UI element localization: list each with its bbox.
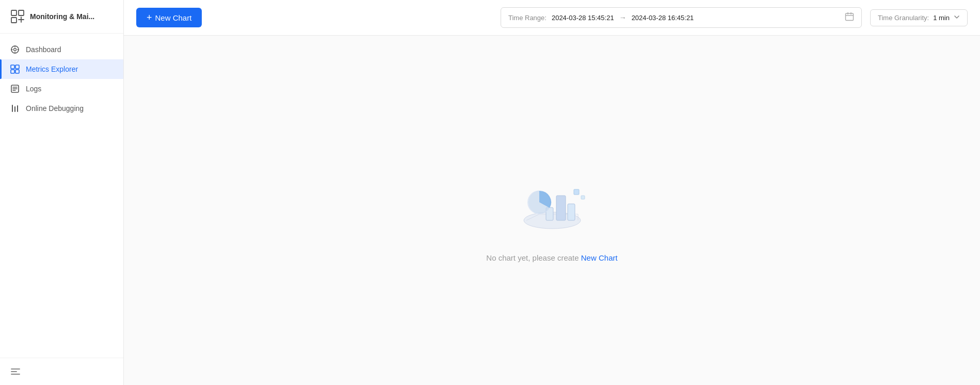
svg-rect-13 bbox=[845, 13, 853, 21]
svg-point-4 bbox=[14, 49, 17, 51]
plus-icon: + bbox=[147, 13, 152, 22]
svg-rect-19 bbox=[568, 204, 575, 220]
app-title: Monitoring & Mai... bbox=[30, 12, 94, 21]
sidebar-item-metrics-explorer[interactable]: Metrics Explorer bbox=[0, 59, 123, 79]
monitoring-icon bbox=[10, 9, 25, 24]
svg-rect-1 bbox=[19, 10, 24, 15]
empty-state-text: No chart yet, please create New Chart bbox=[486, 253, 617, 262]
calendar-icon[interactable] bbox=[845, 12, 854, 23]
content-area: No chart yet, please create New Chart bbox=[124, 36, 980, 385]
debugging-icon bbox=[10, 104, 20, 113]
sidebar-bottom-menu-icon[interactable] bbox=[10, 366, 21, 377]
empty-state-new-chart-link[interactable]: New Chart bbox=[581, 253, 618, 262]
new-chart-button[interactable]: + New Chart bbox=[136, 8, 202, 27]
sidebar-item-label-debugging: Online Debugging bbox=[26, 104, 84, 113]
svg-rect-10 bbox=[12, 105, 13, 112]
svg-rect-18 bbox=[556, 196, 566, 220]
svg-rect-7 bbox=[11, 70, 14, 73]
arrow-right-icon: → bbox=[619, 13, 626, 22]
sidebar-item-label-dashboard: Dashboard bbox=[26, 45, 61, 54]
chevron-down-icon bbox=[954, 14, 960, 22]
sidebar-bottom bbox=[0, 358, 123, 385]
sidebar-item-logs[interactable]: Logs bbox=[0, 79, 123, 99]
svg-rect-8 bbox=[15, 70, 19, 73]
sidebar: Monitoring & Mai... Dashboard bbox=[0, 0, 124, 385]
empty-state-message: No chart yet, please create bbox=[486, 253, 581, 262]
svg-rect-11 bbox=[14, 106, 15, 112]
topbar: + New Chart Time Range: 2024-03-28 15:45… bbox=[124, 0, 980, 36]
svg-rect-12 bbox=[17, 105, 18, 112]
main-content: + New Chart Time Range: 2024-03-28 15:45… bbox=[124, 0, 980, 385]
svg-rect-22 bbox=[574, 189, 579, 195]
svg-rect-2 bbox=[11, 18, 17, 23]
time-range-end: 2024-03-28 16:45:21 bbox=[632, 14, 694, 22]
sidebar-item-label-logs: Logs bbox=[26, 85, 41, 93]
sidebar-navigation: Dashboard Metrics Explorer bbox=[0, 34, 123, 358]
logs-icon bbox=[10, 84, 20, 93]
sidebar-item-online-debugging[interactable]: Online Debugging bbox=[0, 99, 123, 118]
sidebar-item-label-metrics: Metrics Explorer bbox=[26, 65, 78, 73]
empty-illustration bbox=[511, 158, 593, 241]
new-chart-label: New Chart bbox=[155, 13, 192, 22]
sidebar-logo: Monitoring & Mai... bbox=[0, 0, 123, 34]
sidebar-item-dashboard[interactable]: Dashboard bbox=[0, 40, 123, 59]
svg-rect-6 bbox=[15, 65, 19, 69]
svg-rect-5 bbox=[11, 65, 14, 69]
metrics-explorer-icon bbox=[10, 65, 20, 74]
time-range-picker[interactable]: Time Range: 2024-03-28 15:45:21 → 2024-0… bbox=[501, 7, 862, 28]
time-range-label: Time Range: bbox=[508, 14, 547, 22]
time-granularity-picker[interactable]: Time Granularity: 1 min bbox=[870, 9, 968, 26]
time-range-start: 2024-03-28 15:45:21 bbox=[552, 14, 614, 22]
dashboard-icon bbox=[10, 45, 20, 54]
svg-rect-0 bbox=[11, 10, 17, 15]
granularity-label: Time Granularity: bbox=[878, 14, 929, 22]
granularity-value: 1 min bbox=[933, 14, 950, 22]
svg-rect-23 bbox=[581, 196, 585, 199]
